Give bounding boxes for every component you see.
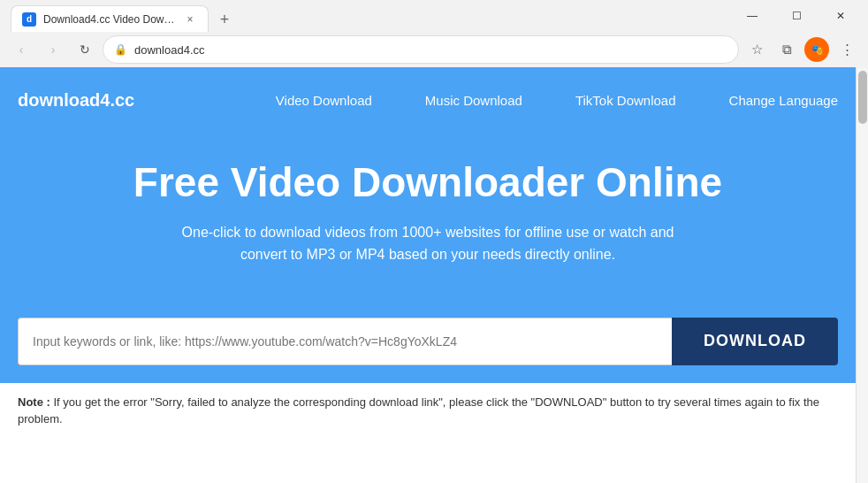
nav-links: Video Download Music Download TikTok Dow…: [276, 93, 838, 108]
title-bar: d Download4.cc Video Downloade × + — ☐ ✕: [0, 0, 868, 32]
site-logo[interactable]: download4.cc: [18, 90, 134, 111]
search-section: DOWNLOAD: [0, 318, 856, 383]
address-text: download4.cc: [134, 43, 727, 57]
window-controls: — ☐ ✕: [732, 3, 861, 29]
address-bar: ‹ › ↻ 🔒 download4.cc ☆ ⧉ 🎭 ⋮: [0, 32, 868, 67]
browser-chrome: d Download4.cc Video Downloade × + — ☐ ✕…: [0, 0, 868, 67]
active-tab[interactable]: d Download4.cc Video Downloade ×: [11, 5, 209, 32]
note-label: Note :: [18, 395, 50, 409]
bookmark-button[interactable]: ☆: [742, 35, 771, 64]
note-text: Note : If you get the error "Sorry, fail…: [18, 394, 838, 428]
minimize-button[interactable]: —: [732, 3, 773, 29]
note-section: Note : If you get the error "Sorry, fail…: [0, 383, 856, 439]
tab-favicon: d: [22, 12, 36, 27]
site-nav: download4.cc Video Download Music Downlo…: [0, 67, 856, 134]
back-button[interactable]: ‹: [7, 35, 35, 64]
close-button[interactable]: ✕: [820, 3, 861, 29]
nav-link-video-download[interactable]: Video Download: [276, 93, 372, 108]
tab-label: Download4.cc Video Downloade: [43, 13, 176, 26]
page-with-scroll: download4.cc Video Download Music Downlo…: [0, 67, 868, 483]
scrollbar-thumb[interactable]: [858, 71, 867, 124]
profile-avatar: 🎭: [804, 37, 829, 62]
note-body: If you get the error "Sorry, failed to a…: [18, 395, 819, 426]
tab-strip: d Download4.cc Video Downloade × +: [7, 0, 237, 32]
download-button[interactable]: DOWNLOAD: [672, 318, 838, 365]
new-tab-button[interactable]: +: [212, 7, 237, 32]
scrollbar[interactable]: [856, 67, 868, 483]
address-input-wrap[interactable]: 🔒 download4.cc: [103, 35, 739, 64]
extensions-button[interactable]: ⧉: [773, 35, 801, 64]
hero-subtitle: One-click to download videos from 1000+ …: [171, 221, 684, 266]
lock-icon: 🔒: [114, 43, 127, 56]
nav-link-tiktok-download[interactable]: TikTok Download: [575, 93, 676, 108]
reload-button[interactable]: ↻: [71, 35, 99, 64]
tab-close-button[interactable]: ×: [183, 12, 197, 27]
nav-link-music-download[interactable]: Music Download: [425, 93, 522, 108]
menu-button[interactable]: ⋮: [833, 35, 861, 64]
page-content: download4.cc Video Download Music Downlo…: [0, 67, 856, 483]
toolbar-icons: ☆ ⧉ 🎭 ⋮: [742, 35, 861, 64]
search-wrap: DOWNLOAD: [18, 318, 838, 365]
search-input[interactable]: [18, 318, 672, 365]
forward-button[interactable]: ›: [39, 35, 67, 64]
nav-link-change-language[interactable]: Change Language: [729, 93, 838, 108]
maximize-button[interactable]: ☐: [776, 3, 817, 29]
hero-section: Free Video Downloader Online One-click t…: [0, 134, 856, 318]
hero-title: Free Video Downloader Online: [18, 160, 838, 205]
profile-button[interactable]: 🎭: [803, 35, 831, 64]
